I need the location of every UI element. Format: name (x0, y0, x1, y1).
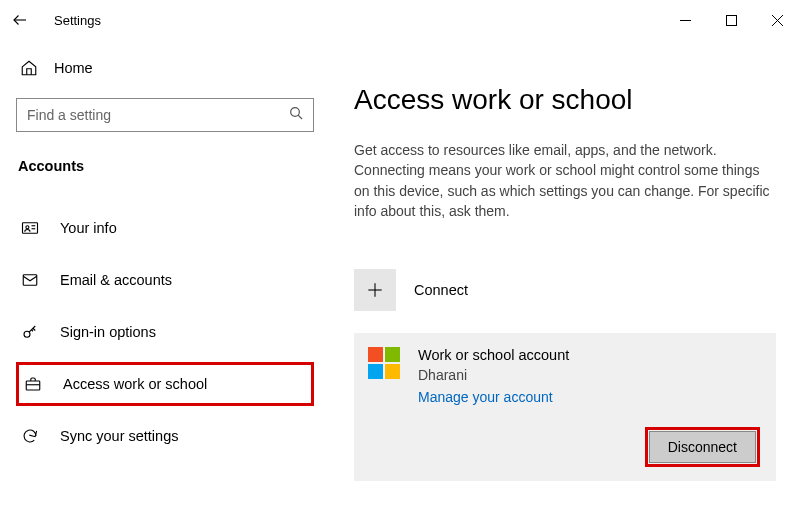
svg-line-6 (298, 115, 302, 119)
sidebar: Home Accounts Your info Email & accounts (0, 40, 330, 522)
titlebar: Settings (0, 0, 800, 40)
page-title: Access work or school (354, 84, 776, 116)
content-pane: Access work or school Get access to reso… (330, 40, 800, 522)
search-icon (288, 105, 304, 125)
search-input[interactable] (16, 98, 314, 132)
home-nav[interactable]: Home (16, 48, 314, 88)
minimize-button[interactable] (662, 4, 708, 36)
account-card[interactable]: Work or school account Dharani Manage yo… (354, 333, 776, 481)
svg-rect-2 (726, 15, 736, 25)
sidebar-item-label: Your info (60, 220, 117, 236)
sidebar-item-label: Access work or school (63, 376, 207, 392)
maximize-button[interactable] (708, 4, 754, 36)
account-username: Dharani (418, 367, 569, 383)
svg-point-8 (26, 226, 29, 229)
sidebar-item-label: Sync your settings (60, 428, 178, 444)
briefcase-icon (24, 375, 42, 393)
connect-button[interactable]: Connect (354, 269, 776, 311)
account-title: Work or school account (418, 347, 569, 363)
window-title: Settings (54, 13, 101, 28)
plus-icon (365, 280, 385, 300)
close-icon (772, 15, 783, 26)
sync-icon (21, 427, 39, 445)
arrow-left-icon (11, 11, 29, 29)
disconnect-button[interactable]: Disconnect (649, 431, 756, 463)
microsoft-logo-icon (368, 347, 400, 379)
home-icon (20, 59, 38, 77)
mail-icon (21, 271, 39, 289)
sidebar-item-email-accounts[interactable]: Email & accounts (16, 258, 314, 302)
sidebar-item-label: Sign-in options (60, 324, 156, 340)
sidebar-item-your-info[interactable]: Your info (16, 206, 314, 250)
close-button[interactable] (754, 4, 800, 36)
svg-point-5 (291, 108, 300, 117)
sidebar-section-header: Accounts (16, 158, 314, 174)
plus-tile (354, 269, 396, 311)
home-label: Home (54, 60, 93, 76)
svg-rect-13 (26, 381, 40, 390)
sidebar-item-access-work-school[interactable]: Access work or school (16, 362, 314, 406)
sidebar-item-sync-settings[interactable]: Sync your settings (16, 414, 314, 458)
svg-rect-11 (23, 275, 37, 286)
key-icon (21, 323, 39, 341)
back-button[interactable] (0, 0, 40, 40)
sidebar-item-signin-options[interactable]: Sign-in options (16, 310, 314, 354)
maximize-icon (726, 15, 737, 26)
page-description: Get access to resources like email, apps… (354, 140, 776, 221)
connect-label: Connect (414, 282, 468, 298)
person-card-icon (21, 219, 39, 237)
minimize-icon (680, 15, 691, 26)
manage-account-link[interactable]: Manage your account (418, 389, 569, 405)
sidebar-item-label: Email & accounts (60, 272, 172, 288)
